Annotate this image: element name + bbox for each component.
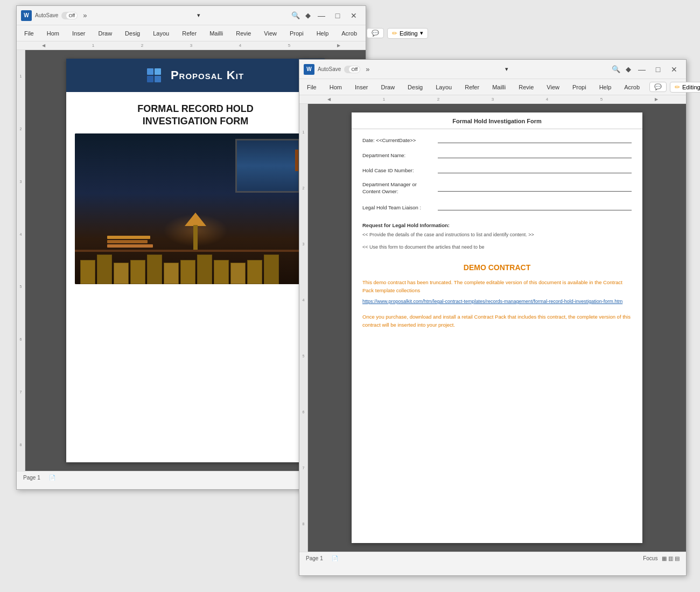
box-10: [230, 263, 246, 284]
comment-button-1[interactable]: 💬: [367, 28, 384, 38]
toggle-off-1: Off: [66, 12, 77, 19]
tab-insert-1[interactable]: Inser: [69, 29, 88, 38]
autosave-toggle-2[interactable]: Off: [344, 66, 360, 73]
autosave-toggle-1[interactable]: Off: [61, 12, 78, 19]
status-right-2: Focus ▦ ▥ ▤: [643, 555, 680, 561]
box-8: [197, 255, 212, 284]
tab-mailings-2[interactable]: Mailli: [489, 82, 509, 92]
close-btn-1[interactable]: ✕: [346, 8, 361, 23]
toggle-off-2: Off: [349, 66, 360, 73]
field-line-caseid: [438, 166, 632, 173]
title-center-2: ▾: [407, 66, 606, 73]
ribbon-2: File Hom Inser Draw Desig Layou Refer Ma…: [299, 79, 686, 95]
lib-lampshade: [185, 213, 206, 226]
tab-design-2[interactable]: Desig: [404, 82, 426, 92]
demo-contract-body: This demo contract has been truncated. T…: [352, 278, 642, 294]
tab-help-2[interactable]: Help: [596, 82, 615, 92]
field-caseid: Hold Case ID Number:: [352, 166, 642, 173]
editing-button-1[interactable]: ✏ Editing ▾: [387, 28, 428, 39]
pencil-icon-1: ✏: [392, 30, 397, 37]
tab-prop-2[interactable]: Propi: [569, 82, 590, 92]
search-btn-1[interactable]: 🔍: [289, 10, 302, 20]
ruler-marks-2: ◀12345▶: [302, 97, 684, 102]
diamond-btn-1[interactable]: ◆: [303, 10, 313, 20]
focus-btn-2[interactable]: Focus: [643, 555, 657, 561]
ribbon-right-1: 💬 ✏ Editing ▾: [367, 28, 428, 39]
field-line-date: [438, 136, 632, 143]
quick-access-2: »: [363, 64, 372, 74]
demo-contract-link[interactable]: https://www.proposalkit.com/htm/legal-co…: [352, 294, 642, 308]
titlebar-right-2: 🔍 ◆ — □ ✕: [610, 62, 682, 77]
doc-area-2: 12345678 Formal Hold Investigation Form …: [299, 104, 686, 552]
tab-view-2[interactable]: View: [543, 82, 563, 92]
close-btn-2[interactable]: ✕: [667, 62, 682, 77]
tab-acrobat-2[interactable]: Acrob: [621, 82, 643, 92]
editing-label-2: Editing: [682, 84, 700, 90]
box-3: [114, 263, 129, 284]
title-dropdown-2[interactable]: ▾: [505, 66, 508, 73]
field-line-dept: [438, 151, 632, 158]
comment-icon-1: 💬: [372, 30, 379, 37]
maximize-btn-1[interactable]: □: [330, 8, 345, 23]
tab-home-2[interactable]: Hom: [326, 82, 345, 92]
document-page-2: Formal Hold Investigation Form Date: <<C…: [352, 112, 642, 543]
field-line-manager: [438, 184, 632, 192]
tab-acrobat-1[interactable]: Acrob: [338, 29, 360, 38]
tab-help-1[interactable]: Help: [313, 29, 332, 38]
field-label-liaison: Legal Hold Team Liaison :: [362, 205, 438, 210]
field-dept: Department Name:: [352, 151, 642, 158]
field-label-date: Date: <<CurrentDate>>: [362, 137, 438, 143]
box-4: [130, 260, 145, 284]
tab-references-2[interactable]: Refer: [461, 82, 482, 92]
tab-layout-1[interactable]: Layou: [150, 29, 172, 38]
box-1: [80, 260, 95, 284]
tab-references-1[interactable]: Refer: [179, 29, 200, 38]
ruler-2: ◀12345▶: [299, 95, 686, 104]
logo-sq-4: [155, 76, 161, 82]
page-count-1: Page 1: [23, 475, 40, 481]
stack-2: [107, 240, 148, 243]
logo-sq-2: [155, 68, 161, 75]
toggle-on-1: [62, 15, 66, 16]
tab-layout-2[interactable]: Layou: [432, 82, 455, 92]
minimize-btn-2[interactable]: —: [634, 62, 649, 77]
tab-draw-2[interactable]: Draw: [377, 82, 398, 92]
minimize-btn-1[interactable]: —: [314, 8, 329, 23]
more-btn-1[interactable]: »: [81, 10, 89, 20]
field-label-dept: Department Name:: [362, 152, 438, 158]
search-btn-2[interactable]: 🔍: [610, 64, 622, 74]
view-icons-2: ▦ ▥ ▤: [662, 555, 680, 561]
read-icon-2: 📄: [332, 555, 338, 561]
maximize-btn-2[interactable]: □: [650, 62, 666, 77]
box-12: [264, 255, 279, 284]
side-ruler-2: 12345678: [299, 104, 308, 552]
tab-insert-2[interactable]: Inser: [352, 82, 371, 92]
field-line-liaison: [438, 203, 632, 210]
tab-home-1[interactable]: Hom: [44, 29, 62, 38]
tab-file-1[interactable]: File: [21, 29, 37, 38]
tab-review-2[interactable]: Revie: [515, 82, 537, 92]
tab-design-1[interactable]: Desig: [122, 29, 143, 38]
doc-scroll-area-2[interactable]: Formal Hold Investigation Form Date: <<C…: [308, 104, 686, 552]
document-page-1: Proposal Kit FORMAL RECORD HOLDINVESTIGA…: [66, 59, 325, 462]
tab-draw-1[interactable]: Draw: [95, 29, 115, 38]
editing-chevron-1: ▾: [420, 30, 423, 37]
field-date: Date: <<CurrentDate>>: [352, 136, 642, 143]
tab-prop-1[interactable]: Propi: [286, 29, 307, 38]
title-dropdown-1[interactable]: ▾: [197, 12, 200, 19]
more-btn-2[interactable]: »: [363, 64, 372, 74]
comment-button-2[interactable]: 💬: [649, 82, 667, 92]
box-9: [214, 260, 229, 284]
cover-image-1: [75, 133, 316, 284]
field-liaison: Legal Hold Team Liaison :: [352, 203, 642, 210]
logo-sq-1: [147, 68, 153, 75]
page-count-2: Page 1: [306, 555, 323, 561]
titlebar-left-1: W AutoSave Off »: [21, 10, 108, 21]
diamond-btn-2[interactable]: ◆: [624, 64, 633, 74]
tab-mailings-1[interactable]: Mailli: [206, 29, 226, 38]
tab-view-1[interactable]: View: [261, 29, 280, 38]
tab-file-2[interactable]: File: [304, 82, 320, 92]
section-text-2: << Use this form to document the article…: [352, 243, 642, 252]
editing-button-2[interactable]: ✏ Editing ▾: [670, 82, 700, 93]
tab-review-1[interactable]: Revie: [233, 29, 254, 38]
